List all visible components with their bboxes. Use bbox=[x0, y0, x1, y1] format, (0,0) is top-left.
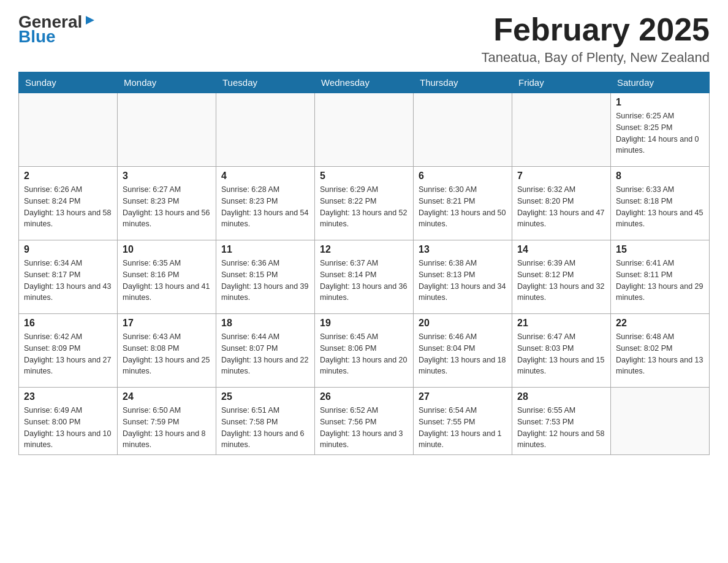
day-info: Sunrise: 6:55 AMSunset: 7:53 PMDaylight:… bbox=[517, 405, 605, 451]
day-number: 13 bbox=[419, 244, 507, 255]
calendar-cell: 9Sunrise: 6:34 AMSunset: 8:17 PMDaylight… bbox=[19, 240, 118, 314]
calendar-cell: 25Sunrise: 6:51 AMSunset: 7:58 PMDayligh… bbox=[216, 388, 315, 455]
weekday-header-wednesday: Wednesday bbox=[315, 72, 414, 93]
weekday-header-thursday: Thursday bbox=[414, 72, 512, 93]
day-info: Sunrise: 6:42 AMSunset: 8:09 PMDaylight:… bbox=[24, 331, 112, 377]
day-info: Sunrise: 6:32 AMSunset: 8:20 PMDaylight:… bbox=[517, 184, 605, 230]
calendar-cell: 11Sunrise: 6:36 AMSunset: 8:15 PMDayligh… bbox=[216, 240, 315, 314]
calendar-cell: 26Sunrise: 6:52 AMSunset: 7:56 PMDayligh… bbox=[315, 388, 414, 455]
day-number: 11 bbox=[221, 244, 309, 255]
calendar-cell: 14Sunrise: 6:39 AMSunset: 8:12 PMDayligh… bbox=[512, 240, 611, 314]
calendar-cell: 23Sunrise: 6:49 AMSunset: 8:00 PMDayligh… bbox=[19, 388, 118, 455]
calendar-title: February 2025 bbox=[481, 12, 710, 47]
calendar-cell: 27Sunrise: 6:54 AMSunset: 7:55 PMDayligh… bbox=[414, 388, 512, 455]
weekday-header-friday: Friday bbox=[512, 72, 611, 93]
calendar-cell: 24Sunrise: 6:50 AMSunset: 7:59 PMDayligh… bbox=[118, 388, 216, 455]
calendar-week-3: 9Sunrise: 6:34 AMSunset: 8:17 PMDaylight… bbox=[19, 240, 710, 314]
logo: General Blue bbox=[18, 12, 97, 47]
day-info: Sunrise: 6:48 AMSunset: 8:02 PMDaylight:… bbox=[616, 331, 704, 377]
calendar-cell bbox=[414, 93, 512, 167]
calendar-cell: 1Sunrise: 6:25 AMSunset: 8:25 PMDaylight… bbox=[611, 93, 710, 167]
calendar-cell bbox=[611, 388, 710, 455]
day-info: Sunrise: 6:38 AMSunset: 8:13 PMDaylight:… bbox=[419, 258, 507, 304]
weekday-header-monday: Monday bbox=[118, 72, 216, 93]
calendar-cell: 13Sunrise: 6:38 AMSunset: 8:13 PMDayligh… bbox=[414, 240, 512, 314]
weekday-header-row: SundayMondayTuesdayWednesdayThursdayFrid… bbox=[19, 72, 710, 93]
calendar-cell: 17Sunrise: 6:43 AMSunset: 8:08 PMDayligh… bbox=[118, 314, 216, 388]
calendar-cell: 28Sunrise: 6:55 AMSunset: 7:53 PMDayligh… bbox=[512, 388, 611, 455]
day-number: 7 bbox=[517, 170, 605, 182]
day-info: Sunrise: 6:37 AMSunset: 8:14 PMDaylight:… bbox=[320, 258, 408, 304]
calendar-cell bbox=[315, 93, 414, 167]
day-number: 15 bbox=[616, 244, 704, 255]
calendar-table: SundayMondayTuesdayWednesdayThursdayFrid… bbox=[18, 72, 710, 455]
day-number: 26 bbox=[320, 391, 408, 402]
calendar-cell: 4Sunrise: 6:28 AMSunset: 8:23 PMDaylight… bbox=[216, 167, 315, 240]
day-number: 4 bbox=[221, 170, 309, 182]
day-info: Sunrise: 6:29 AMSunset: 8:22 PMDaylight:… bbox=[320, 184, 408, 230]
calendar-cell bbox=[216, 93, 315, 167]
day-number: 8 bbox=[616, 170, 704, 182]
day-number: 27 bbox=[419, 391, 507, 402]
calendar-cell: 19Sunrise: 6:45 AMSunset: 8:06 PMDayligh… bbox=[315, 314, 414, 388]
svg-marker-0 bbox=[86, 16, 94, 25]
calendar-cell bbox=[19, 93, 118, 167]
day-info: Sunrise: 6:54 AMSunset: 7:55 PMDaylight:… bbox=[419, 405, 507, 451]
day-info: Sunrise: 6:43 AMSunset: 8:08 PMDaylight:… bbox=[123, 331, 211, 377]
day-info: Sunrise: 6:30 AMSunset: 8:21 PMDaylight:… bbox=[419, 184, 507, 230]
calendar-cell: 20Sunrise: 6:46 AMSunset: 8:04 PMDayligh… bbox=[414, 314, 512, 388]
day-info: Sunrise: 6:45 AMSunset: 8:06 PMDaylight:… bbox=[320, 331, 408, 377]
calendar-cell: 15Sunrise: 6:41 AMSunset: 8:11 PMDayligh… bbox=[611, 240, 710, 314]
calendar-week-5: 23Sunrise: 6:49 AMSunset: 8:00 PMDayligh… bbox=[19, 388, 710, 455]
calendar-cell: 8Sunrise: 6:33 AMSunset: 8:18 PMDaylight… bbox=[611, 167, 710, 240]
day-number: 1 bbox=[616, 97, 704, 108]
day-info: Sunrise: 6:41 AMSunset: 8:11 PMDaylight:… bbox=[616, 258, 704, 304]
day-info: Sunrise: 6:33 AMSunset: 8:18 PMDaylight:… bbox=[616, 184, 704, 230]
day-number: 17 bbox=[123, 318, 211, 329]
day-number: 19 bbox=[320, 318, 408, 329]
day-info: Sunrise: 6:26 AMSunset: 8:24 PMDaylight:… bbox=[24, 184, 112, 230]
calendar-cell bbox=[118, 93, 216, 167]
day-number: 22 bbox=[616, 318, 704, 329]
day-info: Sunrise: 6:35 AMSunset: 8:16 PMDaylight:… bbox=[123, 258, 211, 304]
calendar-cell: 21Sunrise: 6:47 AMSunset: 8:03 PMDayligh… bbox=[512, 314, 611, 388]
day-number: 25 bbox=[221, 391, 309, 402]
calendar-cell: 10Sunrise: 6:35 AMSunset: 8:16 PMDayligh… bbox=[118, 240, 216, 314]
day-number: 18 bbox=[221, 318, 309, 329]
day-number: 20 bbox=[419, 318, 507, 329]
day-number: 24 bbox=[123, 391, 211, 402]
day-number: 10 bbox=[123, 244, 211, 255]
day-info: Sunrise: 6:44 AMSunset: 8:07 PMDaylight:… bbox=[221, 331, 309, 377]
logo-arrow-icon bbox=[83, 13, 97, 27]
day-info: Sunrise: 6:50 AMSunset: 7:59 PMDaylight:… bbox=[123, 405, 211, 451]
calendar-cell: 7Sunrise: 6:32 AMSunset: 8:20 PMDaylight… bbox=[512, 167, 611, 240]
day-info: Sunrise: 6:52 AMSunset: 7:56 PMDaylight:… bbox=[320, 405, 408, 451]
day-number: 12 bbox=[320, 244, 408, 255]
day-number: 16 bbox=[24, 318, 112, 329]
title-area: February 2025 Taneatua, Bay of Plenty, N… bbox=[481, 12, 710, 66]
day-number: 6 bbox=[419, 170, 507, 182]
weekday-header-sunday: Sunday bbox=[19, 72, 118, 93]
calendar-cell: 18Sunrise: 6:44 AMSunset: 8:07 PMDayligh… bbox=[216, 314, 315, 388]
day-number: 21 bbox=[517, 318, 605, 329]
day-info: Sunrise: 6:49 AMSunset: 8:00 PMDaylight:… bbox=[24, 405, 112, 451]
calendar-week-4: 16Sunrise: 6:42 AMSunset: 8:09 PMDayligh… bbox=[19, 314, 710, 388]
day-info: Sunrise: 6:46 AMSunset: 8:04 PMDaylight:… bbox=[419, 331, 507, 377]
calendar-cell: 2Sunrise: 6:26 AMSunset: 8:24 PMDaylight… bbox=[19, 167, 118, 240]
day-number: 5 bbox=[320, 170, 408, 182]
day-info: Sunrise: 6:39 AMSunset: 8:12 PMDaylight:… bbox=[517, 258, 605, 304]
day-number: 28 bbox=[517, 391, 605, 402]
day-info: Sunrise: 6:27 AMSunset: 8:23 PMDaylight:… bbox=[123, 184, 211, 230]
calendar-cell: 22Sunrise: 6:48 AMSunset: 8:02 PMDayligh… bbox=[611, 314, 710, 388]
day-info: Sunrise: 6:47 AMSunset: 8:03 PMDaylight:… bbox=[517, 331, 605, 377]
calendar-cell: 6Sunrise: 6:30 AMSunset: 8:21 PMDaylight… bbox=[414, 167, 512, 240]
calendar-week-2: 2Sunrise: 6:26 AMSunset: 8:24 PMDaylight… bbox=[19, 167, 710, 240]
day-number: 9 bbox=[24, 244, 112, 255]
day-number: 2 bbox=[24, 170, 112, 182]
day-number: 14 bbox=[517, 244, 605, 255]
day-info: Sunrise: 6:36 AMSunset: 8:15 PMDaylight:… bbox=[221, 258, 309, 304]
calendar-cell: 3Sunrise: 6:27 AMSunset: 8:23 PMDaylight… bbox=[118, 167, 216, 240]
calendar-cell: 16Sunrise: 6:42 AMSunset: 8:09 PMDayligh… bbox=[19, 314, 118, 388]
calendar-cell: 5Sunrise: 6:29 AMSunset: 8:22 PMDaylight… bbox=[315, 167, 414, 240]
day-number: 3 bbox=[123, 170, 211, 182]
